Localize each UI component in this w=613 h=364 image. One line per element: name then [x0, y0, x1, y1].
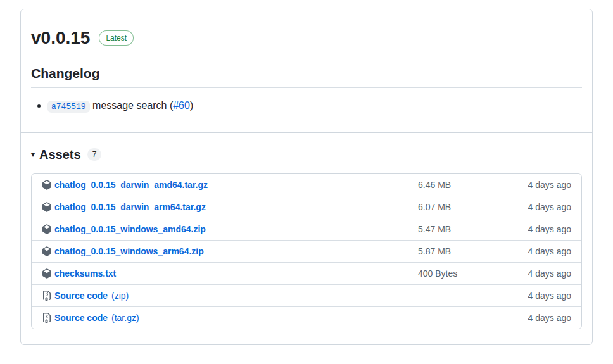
asset-name: chatlog_0.0.15_windows_arm64.zip	[54, 245, 204, 258]
issue-link[interactable]: #60	[173, 100, 190, 111]
asset-link[interactable]: chatlog_0.0.15_darwin_arm64.tar.gz	[42, 201, 418, 213]
release-main: v0.0.15 Latest Changelog a745519 message…	[21, 9, 592, 132]
changelog-list: a745519 message search (#60)	[31, 98, 582, 115]
asset-name: chatlog_0.0.15_darwin_arm64.tar.gz	[54, 201, 206, 213]
file-zip-icon	[42, 313, 52, 323]
changelog-text-end: )	[190, 100, 193, 111]
package-icon	[42, 268, 52, 279]
asset-row: Source code (zip) 4 days ago	[32, 285, 581, 307]
asset-row: checksums.txt 400 Bytes 4 days ago	[32, 263, 581, 285]
asset-time: 4 days ago	[500, 289, 571, 302]
asset-link[interactable]: chatlog_0.0.15_windows_amd64.zip	[42, 223, 418, 235]
package-icon	[42, 202, 52, 212]
asset-link[interactable]: chatlog_0.0.15_windows_arm64.zip	[42, 245, 418, 258]
commit-link[interactable]: a745519	[47, 101, 90, 113]
assets-count-badge: 7	[87, 148, 102, 161]
assets-section: ▾ Assets 7 chatlog_0.0.15_darwin_amd64.t…	[21, 132, 592, 344]
assets-heading: Assets	[39, 147, 81, 162]
asset-size: 5.47 MB	[418, 223, 500, 235]
asset-name: chatlog_0.0.15_darwin_amd64.tar.gz	[54, 179, 208, 191]
asset-time: 4 days ago	[500, 311, 571, 324]
asset-row: chatlog_0.0.15_windows_arm64.zip 5.87 MB…	[32, 241, 581, 263]
asset-row: chatlog_0.0.15_darwin_arm64.tar.gz 6.07 …	[32, 196, 581, 218]
asset-name: chatlog_0.0.15_windows_amd64.zip	[54, 223, 206, 235]
package-icon	[42, 246, 52, 256]
changelog-heading: Changelog	[31, 65, 582, 88]
asset-time: 4 days ago	[500, 245, 571, 258]
assets-list: chatlog_0.0.15_darwin_amd64.tar.gz 6.46 …	[31, 173, 582, 329]
asset-time: 4 days ago	[500, 201, 571, 213]
package-icon	[42, 224, 52, 234]
asset-link[interactable]: Source code (zip)	[42, 289, 418, 302]
latest-badge: Latest	[99, 30, 134, 46]
asset-name: Source code	[54, 311, 108, 324]
assets-toggle[interactable]: ▾ Assets 7	[31, 147, 582, 162]
asset-size: 6.46 MB	[418, 179, 500, 191]
asset-time: 4 days ago	[500, 223, 571, 235]
asset-link[interactable]: chatlog_0.0.15_darwin_amd64.tar.gz	[42, 179, 418, 191]
caret-down-icon: ▾	[31, 151, 35, 158]
asset-name-suffix: (tar.gz)	[111, 311, 139, 324]
asset-time: 4 days ago	[500, 179, 571, 191]
asset-size: 6.07 MB	[418, 201, 500, 213]
file-zip-icon	[42, 291, 52, 301]
changelog-item: a745519 message search (#60)	[47, 98, 582, 115]
release-card: v0.0.15 Latest Changelog a745519 message…	[20, 9, 593, 345]
asset-link[interactable]: checksums.txt	[42, 267, 418, 280]
asset-size: 400 Bytes	[418, 267, 500, 280]
asset-link[interactable]: Source code (tar.gz)	[42, 311, 418, 324]
package-icon	[42, 180, 52, 190]
asset-name: Source code	[54, 289, 108, 302]
changelog-text: message search (	[90, 100, 174, 111]
release-version: v0.0.15	[31, 27, 90, 49]
asset-row: chatlog_0.0.15_darwin_amd64.tar.gz 6.46 …	[32, 174, 581, 196]
asset-time: 4 days ago	[500, 267, 571, 280]
release-header: v0.0.15 Latest	[31, 27, 582, 49]
asset-row: chatlog_0.0.15_windows_amd64.zip 5.47 MB…	[32, 218, 581, 241]
asset-row: Source code (tar.gz) 4 days ago	[32, 307, 581, 329]
asset-name-suffix: (zip)	[111, 289, 129, 302]
asset-name: checksums.txt	[54, 267, 116, 280]
asset-size: 5.87 MB	[418, 245, 500, 258]
